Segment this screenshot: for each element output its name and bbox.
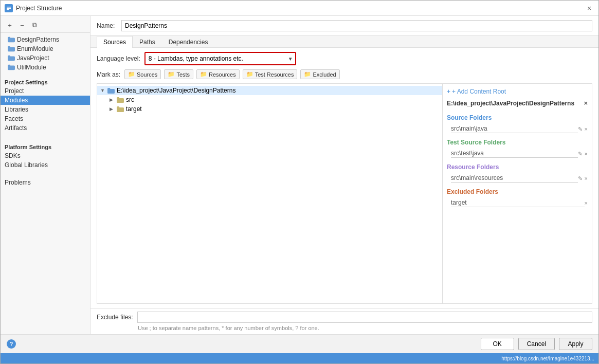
language-select-wrapper: 8 - Lambdas, type annotations etc. 7 - D… [144, 52, 296, 65]
close-button[interactable]: × [584, 3, 594, 13]
test-source-folder-actions: ✎ × [578, 151, 588, 157]
mark-excluded-button[interactable]: 📁 Excluded [300, 69, 339, 79]
sources-tree-panel: ▼ E:\idea_project\JavaProject\DesignPatt… [97, 84, 443, 303]
project-settings-section: Project Settings Project Modules Librari… [1, 76, 90, 133]
content-root-path-entry: E:\idea_project\JavaProject\DesignPatter… [447, 99, 588, 107]
test-source-folder-entry: src\test\java ✎ × [447, 149, 588, 158]
mark-as-label: Mark as: [97, 71, 120, 78]
sidebar-item-global-libraries[interactable]: Global Libraries [1, 160, 90, 170]
exclude-files-input[interactable] [137, 312, 592, 323]
sidebar-toolbar: + − ⧉ [1, 18, 90, 33]
remove-resource-folder-button[interactable]: × [585, 175, 588, 181]
resource-folder-actions: ✎ × [578, 175, 588, 182]
module-item-util-module[interactable]: UtilModule [1, 63, 90, 72]
sources-folder-icon: 📁 [128, 71, 135, 78]
language-level-row: Language level: 8 - Lambdas, type annota… [97, 52, 592, 65]
sidebar-item-modules[interactable]: Modules [1, 96, 90, 105]
project-structure-window: Project Structure × + − ⧉ DesignPatterns [0, 0, 599, 364]
target-folder-row[interactable]: ▶ target [97, 104, 442, 114]
cancel-button[interactable]: Cancel [518, 338, 555, 350]
test-resources-folder-icon: 📁 [246, 71, 253, 78]
folder-icon [8, 36, 15, 43]
footer-right: OK Cancel Apply [481, 338, 592, 350]
mark-tests-label: Tests [176, 71, 190, 78]
add-content-root-button[interactable]: + + Add Content Root [447, 88, 588, 95]
sidebar-item-problems[interactable]: Problems [1, 178, 90, 187]
mark-test-resources-button[interactable]: 📁 Test Resources [243, 69, 298, 79]
module-item-design-patterns[interactable]: DesignPatterns [1, 35, 90, 44]
edit-source-folder-button[interactable]: ✎ [578, 126, 583, 133]
edit-test-source-folder-button[interactable]: ✎ [578, 151, 583, 157]
excluded-folder-entry: target × [447, 198, 588, 208]
root-folder-path: E:\idea_project\JavaProject\DesignPatter… [117, 87, 235, 94]
mark-sources-label: Sources [137, 71, 157, 78]
footer: ? OK Cancel Apply [1, 334, 598, 353]
src-folder-row[interactable]: ▶ src [97, 95, 442, 104]
source-folder-path: src\main\java [451, 125, 578, 133]
sidebar-item-facets[interactable]: Facets [1, 114, 90, 123]
problems-section: Problems [1, 178, 90, 187]
language-level-select[interactable]: 8 - Lambdas, type annotations etc. 7 - D… [146, 53, 286, 64]
edit-resource-folder-button[interactable]: ✎ [578, 175, 583, 182]
add-module-button[interactable]: + [5, 20, 15, 30]
sidebar-item-artifacts[interactable]: Artifacts [1, 123, 90, 133]
excluded-folder-path: target [451, 199, 585, 207]
sidebar-item-libraries[interactable]: Libraries [1, 105, 90, 114]
root-folder-row[interactable]: ▼ E:\idea_project\JavaProject\DesignPatt… [97, 86, 442, 95]
tab-dependencies[interactable]: Dependencies [162, 36, 215, 48]
add-content-root-label: + Add Content Root [452, 88, 506, 95]
app-icon [5, 4, 13, 12]
project-settings-header: Project Settings [1, 76, 90, 86]
remove-excluded-folder-button[interactable]: × [585, 200, 588, 206]
modules-label: Modules [5, 97, 28, 104]
folder-icon [8, 64, 15, 71]
help-button[interactable]: ? [7, 339, 16, 349]
remove-module-button[interactable]: − [17, 20, 27, 30]
exclude-files-label: Exclude files: [97, 314, 133, 321]
language-level-label: Language level: [97, 55, 140, 62]
module-label: DesignPatterns [17, 36, 59, 43]
remove-content-root-button[interactable]: × [584, 99, 588, 107]
sidebar-item-sdks[interactable]: SDKs [1, 151, 90, 160]
problems-label: Problems [5, 179, 31, 186]
tab-sources[interactable]: Sources [97, 36, 133, 48]
name-input[interactable] [121, 20, 592, 31]
mark-as-row: Mark as: 📁 Sources 📁 Tests 📁 Resources [97, 69, 592, 79]
modules-tree: DesignPatterns EnumModule JavaProject [1, 35, 90, 72]
tab-paths[interactable]: Paths [133, 36, 162, 48]
sidebar-item-project[interactable]: Project [1, 86, 90, 96]
root-folder-icon [107, 87, 115, 94]
src-folder-icon [117, 96, 124, 103]
mark-sources-button[interactable]: 📁 Sources [124, 69, 161, 79]
content-split: ▼ E:\idea_project\JavaProject\DesignPatt… [97, 83, 592, 304]
sidebar: + − ⧉ DesignPatterns EnumModule [1, 16, 90, 334]
mark-tests-button[interactable]: 📁 Tests [164, 69, 193, 79]
module-label: JavaProject [17, 54, 49, 62]
ok-button[interactable]: OK [481, 338, 514, 350]
remove-source-folder-button[interactable]: × [585, 126, 588, 132]
name-label: Name: [97, 22, 117, 29]
right-panel: Name: Sources Paths Dependencies Languag… [90, 16, 598, 334]
chevron-down-icon: ▼ [100, 88, 105, 93]
excluded-folder-actions: × [585, 200, 588, 206]
module-label: EnumModule [17, 45, 53, 52]
platform-settings-section: Platform Settings SDKs Global Libraries [1, 141, 90, 170]
sdks-label: SDKs [5, 152, 21, 159]
copy-module-button[interactable]: ⧉ [29, 20, 40, 30]
src-folder-label: src [126, 96, 134, 103]
tests-folder-icon: 📁 [168, 71, 175, 78]
remove-test-source-folder-button[interactable]: × [585, 151, 588, 157]
title-bar: Project Structure × [1, 1, 598, 16]
apply-button[interactable]: Apply [559, 338, 592, 350]
module-item-enum-module[interactable]: EnumModule [1, 44, 90, 53]
mark-excluded-label: Excluded [313, 71, 336, 78]
content-area: Language level: 8 - Lambdas, type annota… [90, 48, 598, 308]
excluded-folder-icon: 📁 [304, 71, 311, 78]
module-item-java-project[interactable]: JavaProject [1, 53, 90, 63]
plus-icon: + [447, 88, 450, 95]
mark-resources-button[interactable]: 📁 Resources [196, 69, 240, 79]
resource-folders-title: Resource Folders [447, 163, 588, 171]
mark-test-resources-label: Test Resources [255, 71, 294, 78]
content-root-path: E:\idea_project\JavaProject\DesignPatter… [447, 100, 574, 107]
tabs-row: Sources Paths Dependencies [90, 36, 598, 48]
